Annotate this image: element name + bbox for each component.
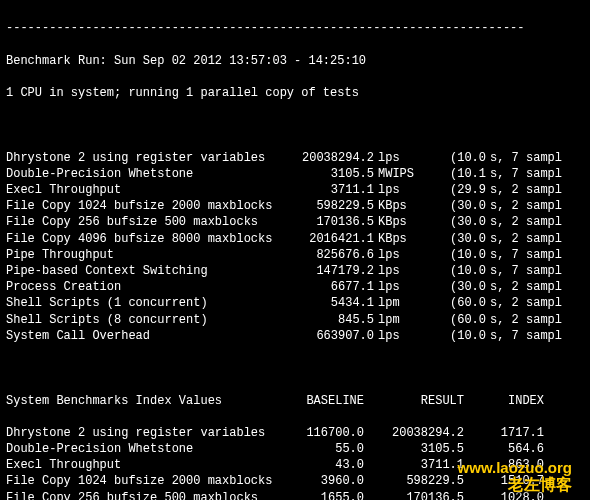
- raw-value: 3711.1: [284, 182, 374, 198]
- index-result: 3711.1: [364, 457, 464, 473]
- raw-row: Process Creation6677.1lps(30.0s, 2 sampl: [6, 279, 584, 295]
- raw-trail: s, 2 sampl: [486, 295, 580, 311]
- run-line: Benchmark Run: Sun Sep 02 2012 13:57:03 …: [6, 53, 584, 69]
- raw-row: File Copy 256 bufsize 500 maxblocks17013…: [6, 214, 584, 230]
- rule-top: ----------------------------------------…: [6, 20, 584, 36]
- index-index: 1717.1: [464, 425, 544, 441]
- raw-value: 663907.0: [284, 328, 374, 344]
- raw-label: Pipe-based Context Switching: [6, 263, 284, 279]
- raw-label: Process Creation: [6, 279, 284, 295]
- raw-unit: lps: [374, 182, 426, 198]
- index-baseline: 116700.0: [284, 425, 364, 441]
- index-index: 564.6: [464, 441, 544, 457]
- raw-value: 825676.6: [284, 247, 374, 263]
- raw-row: Pipe Throughput825676.6lps(10.0s, 7 samp…: [6, 247, 584, 263]
- raw-unit: lps: [374, 263, 426, 279]
- raw-label: Pipe Throughput: [6, 247, 284, 263]
- raw-row: Pipe-based Context Switching147179.2lps(…: [6, 263, 584, 279]
- raw-time: (29.9: [426, 182, 486, 198]
- raw-row: File Copy 4096 bufsize 8000 maxblocks201…: [6, 231, 584, 247]
- index-row: Double-Precision Whetstone55.03105.5564.…: [6, 441, 584, 457]
- index-row: Dhrystone 2 using register variables1167…: [6, 425, 584, 441]
- index-baseline: 3960.0: [284, 473, 364, 489]
- index-result: 20038294.2: [364, 425, 464, 441]
- raw-value: 5434.1: [284, 295, 374, 311]
- raw-time: (10.0: [426, 150, 486, 166]
- raw-unit: lps: [374, 150, 426, 166]
- raw-unit: lpm: [374, 295, 426, 311]
- raw-time: (30.0: [426, 279, 486, 295]
- raw-time: (30.0: [426, 198, 486, 214]
- index-result: 598229.5: [364, 473, 464, 489]
- raw-label: Shell Scripts (8 concurrent): [6, 312, 284, 328]
- raw-row: Execl Throughput3711.1lps(29.9s, 2 sampl: [6, 182, 584, 198]
- raw-time: (10.0: [426, 263, 486, 279]
- raw-unit: KBps: [374, 214, 426, 230]
- raw-trail: s, 7 sampl: [486, 166, 580, 182]
- raw-row: Double-Precision Whetstone3105.5MWIPS(10…: [6, 166, 584, 182]
- raw-results-block: Dhrystone 2 using register variables2003…: [6, 150, 584, 344]
- raw-time: (60.0: [426, 295, 486, 311]
- raw-trail: s, 7 sampl: [486, 263, 580, 279]
- raw-trail: s, 2 sampl: [486, 198, 580, 214]
- raw-value: 845.5: [284, 312, 374, 328]
- index-row: File Copy 256 bufsize 500 maxblocks1655.…: [6, 490, 584, 500]
- col-baseline: BASELINE: [284, 393, 364, 409]
- raw-trail: s, 2 sampl: [486, 214, 580, 230]
- index-baseline: 1655.0: [284, 490, 364, 500]
- raw-time: (10.0: [426, 247, 486, 263]
- raw-row: Shell Scripts (8 concurrent)845.5lpm(60.…: [6, 312, 584, 328]
- raw-trail: s, 2 sampl: [486, 279, 580, 295]
- raw-unit: lps: [374, 247, 426, 263]
- raw-row: System Call Overhead663907.0lps(10.0s, 7…: [6, 328, 584, 344]
- raw-value: 170136.5: [284, 214, 374, 230]
- index-result: 3105.5: [364, 441, 464, 457]
- index-row: Execl Throughput43.03711.1863.0: [6, 457, 584, 473]
- raw-value: 598229.5: [284, 198, 374, 214]
- raw-label: Double-Precision Whetstone: [6, 166, 284, 182]
- cpu-line: 1 CPU in system; running 1 parallel copy…: [6, 85, 584, 101]
- raw-row: Shell Scripts (1 concurrent)5434.1lpm(60…: [6, 295, 584, 311]
- raw-unit: MWIPS: [374, 166, 426, 182]
- raw-unit: lps: [374, 328, 426, 344]
- index-index: 863.0: [464, 457, 544, 473]
- index-label: Double-Precision Whetstone: [6, 441, 284, 457]
- raw-trail: s, 7 sampl: [486, 150, 580, 166]
- index-label: File Copy 256 bufsize 500 maxblocks: [6, 490, 284, 500]
- index-baseline: 43.0: [284, 457, 364, 473]
- index-label: File Copy 1024 bufsize 2000 maxblocks: [6, 473, 284, 489]
- raw-unit: KBps: [374, 231, 426, 247]
- col-index: INDEX: [464, 393, 544, 409]
- raw-time: (10.1: [426, 166, 486, 182]
- raw-label: File Copy 1024 bufsize 2000 maxblocks: [6, 198, 284, 214]
- raw-value: 3105.5: [284, 166, 374, 182]
- raw-trail: s, 7 sampl: [486, 247, 580, 263]
- raw-label: File Copy 4096 bufsize 8000 maxblocks: [6, 231, 284, 247]
- index-title: System Benchmarks Index Values: [6, 393, 284, 409]
- index-result: 170136.5: [364, 490, 464, 500]
- raw-row: Dhrystone 2 using register variables2003…: [6, 150, 584, 166]
- col-result: RESULT: [364, 393, 464, 409]
- raw-unit: lps: [374, 279, 426, 295]
- raw-time: (30.0: [426, 214, 486, 230]
- terminal-output: ----------------------------------------…: [0, 0, 590, 500]
- index-label: Execl Throughput: [6, 457, 284, 473]
- raw-trail: s, 7 sampl: [486, 328, 580, 344]
- raw-time: (60.0: [426, 312, 486, 328]
- index-index: 1510.7: [464, 473, 544, 489]
- raw-time: (10.0: [426, 328, 486, 344]
- raw-time: (30.0: [426, 231, 486, 247]
- raw-row: File Copy 1024 bufsize 2000 maxblocks598…: [6, 198, 584, 214]
- raw-label: Execl Throughput: [6, 182, 284, 198]
- raw-label: Dhrystone 2 using register variables: [6, 150, 284, 166]
- raw-value: 147179.2: [284, 263, 374, 279]
- raw-unit: KBps: [374, 198, 426, 214]
- raw-trail: s, 2 sampl: [486, 231, 580, 247]
- index-index: 1028.0: [464, 490, 544, 500]
- raw-unit: lpm: [374, 312, 426, 328]
- raw-trail: s, 2 sampl: [486, 182, 580, 198]
- raw-trail: s, 2 sampl: [486, 312, 580, 328]
- index-results-block: Dhrystone 2 using register variables1167…: [6, 425, 584, 500]
- raw-value: 2016421.1: [284, 231, 374, 247]
- raw-value: 6677.1: [284, 279, 374, 295]
